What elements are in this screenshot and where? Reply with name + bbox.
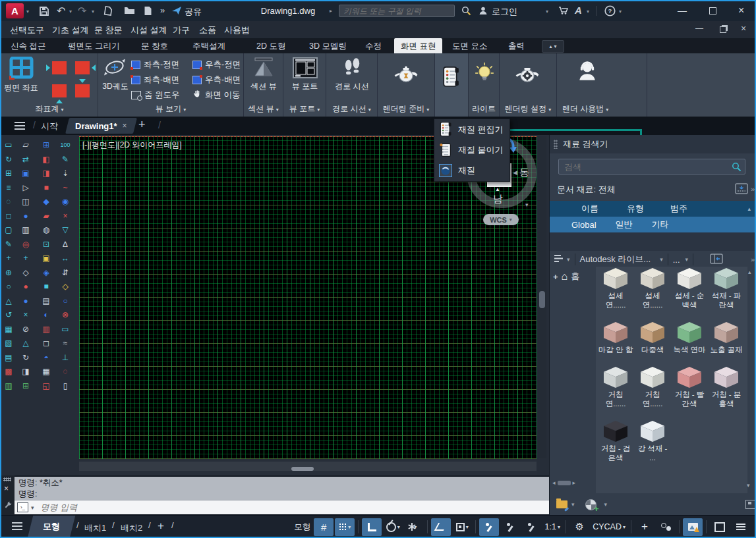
tab-output[interactable]: 출력: [508, 41, 525, 52]
command-history[interactable]: 명령: *취소* 명령:: [15, 477, 549, 500]
hscroll-left-icon[interactable]: ◂: [552, 479, 556, 486]
palette-tool-icon[interactable]: ⊘: [20, 324, 32, 335]
search-icon[interactable]: [461, 6, 471, 16]
palette-tool-icon[interactable]: ▰: [40, 211, 52, 221]
material-row-global[interactable]: Global 일반 기타: [550, 217, 756, 232]
palette-tool-icon[interactable]: ⊗: [59, 309, 71, 320]
share-label[interactable]: 공유: [185, 6, 202, 18]
tab-close-icon[interactable]: ×: [123, 121, 127, 130]
annotation-visibility[interactable]: [479, 518, 499, 536]
palette-tool-icon[interactable]: ▤: [40, 296, 52, 306]
palette-tool-icon[interactable]: ●: [20, 296, 32, 306]
palette-tool-icon[interactable]: ●: [20, 281, 32, 292]
isolate-objects[interactable]: [656, 518, 676, 536]
palette-tool-icon[interactable]: ↔: [59, 253, 71, 263]
palette-tool-icon[interactable]: ×: [59, 211, 71, 221]
autodesk-logo-icon[interactable]: A: [575, 5, 582, 16]
library-more-button[interactable]: ...: [673, 255, 680, 265]
doc-row-chevrons-icon[interactable]: »: [751, 185, 755, 193]
palette-tool-icon[interactable]: ▦: [40, 366, 52, 377]
viewcube-south-arrow-icon[interactable]: ▲: [495, 186, 500, 192]
minimize-button[interactable]: —: [678, 5, 687, 16]
dropdown-caret-icon[interactable]: ▾: [348, 524, 351, 530]
hscroll-track[interactable]: [79, 462, 537, 471]
clean-screen[interactable]: [710, 518, 730, 536]
material-item[interactable]: 섬세 연......: [597, 268, 634, 309]
doc-close-button[interactable]: ×: [741, 23, 746, 34]
palette-tool-icon[interactable]: ◇: [59, 281, 71, 292]
wcs-selector[interactable]: WCS ▾: [483, 214, 519, 225]
user-icon[interactable]: [479, 6, 488, 15]
panel-label-path-view[interactable]: 경로 시선▾: [326, 103, 377, 115]
palette-tool-icon[interactable]: ×: [20, 309, 32, 320]
palette-tool-icon[interactable]: ▱: [20, 140, 32, 150]
tab-modify[interactable]: 수정: [365, 41, 382, 52]
vscroll-thumb[interactable]: [539, 291, 545, 308]
walk-path-button[interactable]: [341, 57, 363, 80]
palette-tool-icon[interactable]: ⇣: [59, 168, 71, 178]
menu-item-material[interactable]: 재질: [434, 160, 509, 180]
customize-menu[interactable]: [731, 518, 751, 536]
view-right-back-button[interactable]: 우측-배면: [192, 73, 241, 86]
menu-item-apply-material[interactable]: 재질 붙이기: [434, 140, 509, 160]
expand-plus-icon[interactable]: +: [553, 272, 558, 282]
command-grip-icon[interactable]: [3, 477, 11, 481]
palette-tool-icon[interactable]: ■: [40, 182, 52, 193]
palette-tool-icon[interactable]: ○: [59, 296, 71, 306]
layout-tab-layout2[interactable]: 배치2: [121, 522, 142, 534]
palette-tool-icon[interactable]: ◈: [40, 267, 52, 278]
settings-gear[interactable]: ⚙: [569, 518, 589, 536]
material-item[interactable]: 거침 연......: [634, 367, 671, 408]
crosshair-plus[interactable]: +: [635, 518, 654, 536]
palette-tool-icon[interactable]: ▭: [3, 140, 15, 150]
keyword-search-input[interactable]: [339, 5, 455, 17]
material-item[interactable]: 거침 - 검은색: [597, 421, 634, 462]
sort-caret-icon[interactable]: ▴: [747, 205, 751, 212]
menu-item-material-editor[interactable]: 재질 편집기: [434, 119, 509, 140]
palette-tool-icon[interactable]: ●: [20, 211, 32, 221]
login-caret-icon[interactable]: ▾: [546, 9, 548, 14]
palette-tool-icon[interactable]: ▽: [59, 225, 71, 235]
dropdown-caret-icon[interactable]: ▾: [466, 524, 469, 530]
panel-label-section-view[interactable]: 섹션 뷰▾: [244, 103, 283, 115]
render-settings-button[interactable]: [515, 65, 540, 86]
pan-button[interactable]: 화면 이동: [192, 88, 240, 101]
palette-tool-icon[interactable]: +: [20, 253, 32, 263]
palette-tool-icon[interactable]: ■: [40, 281, 52, 292]
material-item[interactable]: 노출 골재: [708, 322, 745, 354]
snap-mode[interactable]: ▾: [335, 518, 355, 536]
library-chevrons-icon[interactable]: »: [751, 256, 755, 263]
palette-tool-icon[interactable]: ⊥: [59, 352, 71, 363]
light-button[interactable]: [474, 62, 495, 86]
material-item[interactable]: 마감 안 함: [597, 322, 634, 354]
palette-tool-icon[interactable]: ↺: [3, 309, 15, 320]
panel-label-render-usage[interactable]: 렌더 사용법▾: [557, 103, 647, 115]
palette-tool-icon[interactable]: ▯: [59, 381, 71, 391]
palette-tool-icon[interactable]: ◐: [40, 309, 52, 320]
tab-3d-modeling[interactable]: 3D 모델링: [309, 41, 347, 52]
view-right-button[interactable]: [75, 61, 90, 74]
redo-caret-icon[interactable]: ▾: [92, 9, 94, 14]
render-prep-teapot-button[interactable]: [393, 65, 419, 86]
tab-drawing1[interactable]: Drawing1* ×: [65, 118, 137, 134]
library-home-item[interactable]: + ⌂ 홈: [550, 268, 599, 285]
new-doc-icon[interactable]: [144, 6, 152, 16]
palette-tool-icon[interactable]: ◆: [40, 196, 52, 207]
object-snap-tracking[interactable]: [431, 518, 451, 536]
palette-tool-icon[interactable]: ▥: [40, 324, 52, 335]
view-top-button[interactable]: [75, 84, 90, 97]
palette-tool-icon[interactable]: ∆: [59, 239, 71, 250]
materials-button[interactable]: [442, 63, 460, 94]
hscroll-thumb[interactable]: [291, 467, 314, 471]
palette-tool-icon[interactable]: ⇵: [59, 267, 71, 278]
manage-library-folder-icon[interactable]: [556, 500, 567, 508]
material-item[interactable]: 거침 - 분홍색: [708, 367, 745, 408]
search-expand-caret-icon[interactable]: ▸: [330, 8, 332, 14]
object-snap[interactable]: ▾: [452, 518, 472, 536]
thumbs-scroll-up-icon[interactable]: ▴: [748, 269, 751, 275]
palette-tool-icon[interactable]: ⊡: [40, 239, 52, 250]
library-selector[interactable]: Autodesk 라이브...: [580, 254, 651, 265]
layout-tab-model[interactable]: 모형: [28, 516, 75, 538]
login-label[interactable]: 로그인: [492, 6, 517, 18]
palette-tool-icon[interactable]: ◨: [40, 168, 52, 178]
